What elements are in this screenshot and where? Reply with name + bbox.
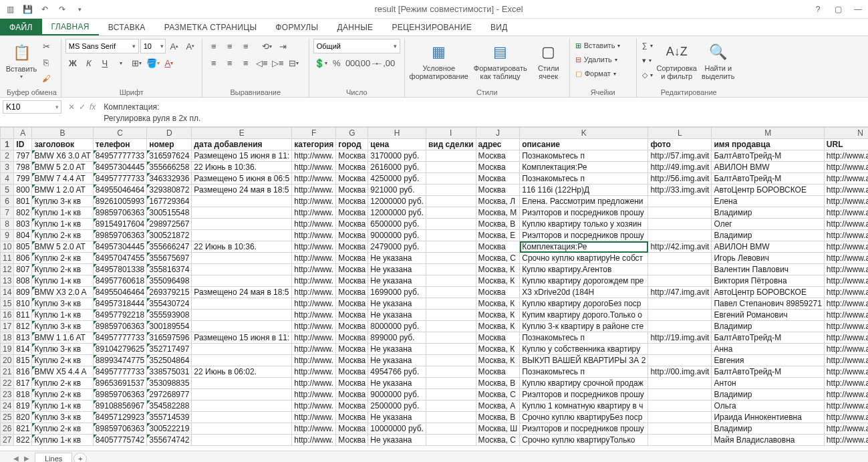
cell[interactable]: 2479000 руб. xyxy=(368,241,426,253)
minimize-button[interactable]: — xyxy=(851,2,865,17)
cell[interactable]: БалтАвтоТрейд-М xyxy=(712,150,824,162)
cell[interactable]: 89108856967 xyxy=(93,400,146,412)
font-color-button[interactable]: A▾ xyxy=(162,55,176,70)
cell[interactable]: 352504864 xyxy=(147,355,192,366)
cell[interactable]: 809 xyxy=(14,287,32,298)
cell[interactable]: http://www.avito.ru/ xyxy=(824,423,868,435)
decrease-font-button[interactable]: A▾ xyxy=(183,39,198,53)
increase-font-button[interactable]: A▴ xyxy=(167,39,182,53)
cell[interactable] xyxy=(426,332,476,344)
cell[interactable] xyxy=(192,264,292,275)
fill-button[interactable]: ▾▾ xyxy=(641,53,654,67)
cell[interactable]: Не указана xyxy=(368,275,426,287)
cell[interactable]: http://www.avito.ru/ xyxy=(824,344,868,355)
formula-bar[interactable]: Комплектация: Регулировка руля в 2х пл. xyxy=(100,99,868,127)
increase-indent-button[interactable]: ▷≡ xyxy=(271,55,285,70)
cell[interactable]: http://19.img.avit xyxy=(648,332,712,344)
cell[interactable]: 815 xyxy=(14,355,32,366)
cell[interactable]: Куплю 2-к кв xyxy=(32,253,93,264)
cell[interactable]: Москва, С xyxy=(476,435,520,446)
cell[interactable]: http://www.avito.ru/ xyxy=(824,207,868,219)
cancel-formula-button[interactable]: ✕ xyxy=(68,102,75,112)
cell[interactable]: Куплю 2-к кв xyxy=(32,378,93,389)
cell[interactable]: Москва xyxy=(476,162,520,173)
cell[interactable] xyxy=(192,230,292,241)
cell[interactable]: http://www.avito.ru/ xyxy=(824,389,868,400)
cell[interactable] xyxy=(648,400,712,412)
cell[interactable]: 89859706363 xyxy=(93,423,146,435)
cell[interactable]: 6500000 руб. xyxy=(368,219,426,230)
cell[interactable]: Москва xyxy=(336,219,368,230)
cell[interactable]: Виктория Пётровна xyxy=(712,275,824,287)
cell[interactable]: 814 xyxy=(14,344,32,355)
cell[interactable]: Москва xyxy=(336,173,368,185)
cell[interactable]: имя продавца xyxy=(712,139,824,150)
cell[interactable]: 812 xyxy=(14,321,32,332)
cell[interactable]: http://www. xyxy=(292,162,336,173)
row-header[interactable]: 8 xyxy=(1,219,14,230)
cell[interactable]: 89653691537 xyxy=(93,378,146,389)
cell[interactable]: Москва xyxy=(336,332,368,344)
cell[interactable]: 811 xyxy=(14,310,32,321)
cell[interactable]: телефон xyxy=(93,139,146,150)
cell[interactable]: http://www. xyxy=(292,275,336,287)
cell[interactable]: Москва, К xyxy=(476,355,520,366)
cell[interactable]: Ольга xyxy=(712,400,824,412)
cell[interactable] xyxy=(192,298,292,310)
merge-button[interactable]: ⊟▾ xyxy=(287,55,301,70)
cell[interactable]: Куплю 2-к кв xyxy=(32,423,93,435)
cell[interactable] xyxy=(192,400,292,412)
cell[interactable]: BMW X6 3.0 AT xyxy=(32,150,93,162)
cell[interactable]: 116 116i (122Hp)Д xyxy=(520,185,648,196)
cell[interactable]: ВЫКУП ВАШЕЙ КВАРТИРЫ ЗА 2 xyxy=(520,355,648,366)
cell[interactable]: BMW X3 2.0 A xyxy=(32,287,93,298)
cell[interactable]: 801 xyxy=(14,196,32,207)
cell[interactable]: заголовок xyxy=(32,139,93,150)
align-center-button[interactable]: ≡ xyxy=(223,55,237,70)
cell[interactable]: http://www. xyxy=(292,150,336,162)
cell[interactable]: Куплю 3-к квартиру в районе сте xyxy=(520,321,648,332)
format-as-table-button[interactable]: ▤ Форматировать как таблицу xyxy=(472,39,529,83)
cell[interactable]: Москва xyxy=(336,366,368,378)
cell[interactable]: http://www. xyxy=(292,412,336,423)
row-header[interactable]: 18 xyxy=(1,332,14,344)
cell[interactable] xyxy=(426,185,476,196)
sort-filter-button[interactable]: A↓Z Сортировка и фильтр xyxy=(657,39,697,83)
cell[interactable] xyxy=(426,310,476,321)
cell[interactable]: 3170000 руб. xyxy=(368,150,426,162)
cell[interactable]: http://www.avito.ru/ xyxy=(824,435,868,446)
name-box[interactable]: ▾ xyxy=(3,100,61,114)
fill-color-button[interactable]: 🪣▾ xyxy=(146,55,160,70)
cell[interactable]: Познакомьтесь п xyxy=(520,366,648,378)
col-header[interactable]: K xyxy=(520,128,648,139)
cell[interactable] xyxy=(426,275,476,287)
cell[interactable]: Размещено 15 июня в 11: xyxy=(192,332,292,344)
cell[interactable]: http://www.avito.ru/ xyxy=(824,310,868,321)
cell[interactable] xyxy=(648,412,712,423)
cell[interactable]: http://www.avito.ru/ xyxy=(824,366,868,378)
align-top-button[interactable]: ≡ xyxy=(206,39,221,53)
cell[interactable]: Ираида Иннокентиевна xyxy=(712,412,824,423)
cell[interactable] xyxy=(426,207,476,219)
tab-insert[interactable]: ВСТАВКА xyxy=(99,19,155,35)
cell[interactable]: Владимир xyxy=(712,423,824,435)
cell[interactable]: Валентин Павлович xyxy=(712,264,824,275)
col-header[interactable]: D xyxy=(147,128,192,139)
cell[interactable]: 12000000 руб. xyxy=(368,196,426,207)
cell[interactable]: 84955046464 xyxy=(93,287,146,298)
cell[interactable]: Не указана xyxy=(368,310,426,321)
cell[interactable] xyxy=(426,389,476,400)
align-bottom-button[interactable]: ≡ xyxy=(239,39,253,53)
cell[interactable]: описание xyxy=(520,139,648,150)
cell[interactable]: 4250000 руб. xyxy=(368,173,426,185)
cell[interactable]: Риэлторов и посредников прошу xyxy=(520,389,648,400)
cell[interactable]: номер xyxy=(147,139,192,150)
qat-customize[interactable]: ▾ xyxy=(72,2,87,17)
cell[interactable]: адрес xyxy=(476,139,520,150)
cell[interactable]: 804 xyxy=(14,230,32,241)
enter-formula-button[interactable]: ✓ xyxy=(79,102,86,112)
cell[interactable]: http://www. xyxy=(292,400,336,412)
cell[interactable] xyxy=(648,355,712,366)
cell[interactable]: 338575031 xyxy=(147,366,192,378)
cell[interactable]: 300189554 xyxy=(147,321,192,332)
